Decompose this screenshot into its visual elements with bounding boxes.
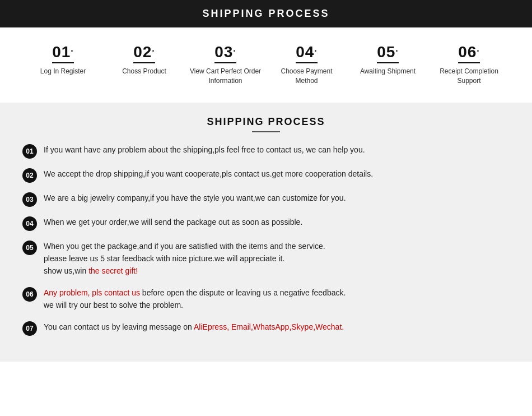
shipping-title: SHIPPING PROCESS [22,116,510,128]
info-7-contacts: AliEpress, Email,WhatsApp,Skype,Wechat. [194,322,344,331]
step-2-label: Choss Product [122,67,166,76]
step-1: 01. Log In Register [27,43,100,76]
info-text-3: We are a big jewelry company,if you have… [44,192,346,204]
info-5-line3-prefix: show us,win [44,266,88,275]
info-item-1: 01 If you want have any problem about th… [22,144,510,159]
badge-3: 03 [22,192,37,207]
info-6-suffix: before open the dispute or leaving us a … [140,288,346,297]
step-2-number: 02. [133,43,155,63]
step-2: 02. Choss Product [108,43,181,76]
badge-4: 04 [22,216,37,231]
badge-2: 02 [22,168,37,183]
info-6-red: Any problem, pls contact us [44,288,140,297]
step-1-label: Log In Register [40,67,86,76]
badge-5: 05 [22,241,37,255]
info-item-5: 05 When you get the package,and if you a… [22,240,510,278]
header-title: SHIPPING PROCESS [0,8,532,20]
badge-6: 06 [22,287,37,302]
info-text-4: When we get your order,we will send the … [44,216,302,228]
info-6-line2: we will try our best to solve the proble… [44,301,183,309]
info-item-4: 04 When we get your order,we will send t… [22,216,510,231]
step-4-number: 04. [296,43,318,63]
info-item-6: 06 Any problem, pls contact us before op… [22,286,510,312]
step-4-label: Choose Payment Method [270,67,343,86]
info-5-line2: please leave us 5 star feedback with nic… [44,254,284,263]
info-item-3: 03 We are a big jewelry company,if you h… [22,192,510,207]
info-5-line3-red: the secret gift! [88,266,138,275]
page-header: SHIPPING PROCESS [0,0,532,27]
step-3-label: View Cart Perfect Order Information [189,67,262,86]
step-4: 04. Choose Payment Method [270,43,343,86]
info-text-6: Any problem, pls contact us before open … [44,286,346,312]
step-6: 06. Receipt Completion Support [433,43,506,86]
steps-container: 01. Log In Register 02. Choss Product 03… [22,43,510,86]
steps-section: 01. Log In Register 02. Choss Product 03… [0,27,532,97]
info-text-5: When you get the package,and if you are … [44,240,325,278]
step-1-number: 01. [52,43,74,63]
step-5-number: 05. [377,43,399,63]
badge-1: 01 [22,144,37,159]
step-5-label: Awaiting Shipment [360,67,416,76]
info-text-2: We accept the drop shipping,if you want … [44,168,373,180]
step-6-number: 06. [458,43,480,63]
title-underline [252,131,280,132]
badge-7: 07 [22,321,37,336]
step-3-number: 03. [214,43,236,63]
step-5: 05. Awaiting Shipment [352,43,424,76]
info-7-prefix: You can contact us by leaving message on [44,322,194,331]
info-item-2: 02 We accept the drop shipping,if you wa… [22,168,510,183]
shipping-section: SHIPPING PROCESS 01 If you want have any… [0,103,532,362]
step-3: 03. View Cart Perfect Order Information [189,43,262,86]
step-6-label: Receipt Completion Support [433,67,506,86]
info-text-1: If you want have any problem about the s… [44,144,365,156]
info-text-7: You can contact us by leaving message on… [44,321,344,333]
info-5-line1: When you get the package,and if you are … [44,242,325,251]
info-list: 01 If you want have any problem about th… [22,144,510,336]
info-item-7: 07 You can contact us by leaving message… [22,321,510,336]
